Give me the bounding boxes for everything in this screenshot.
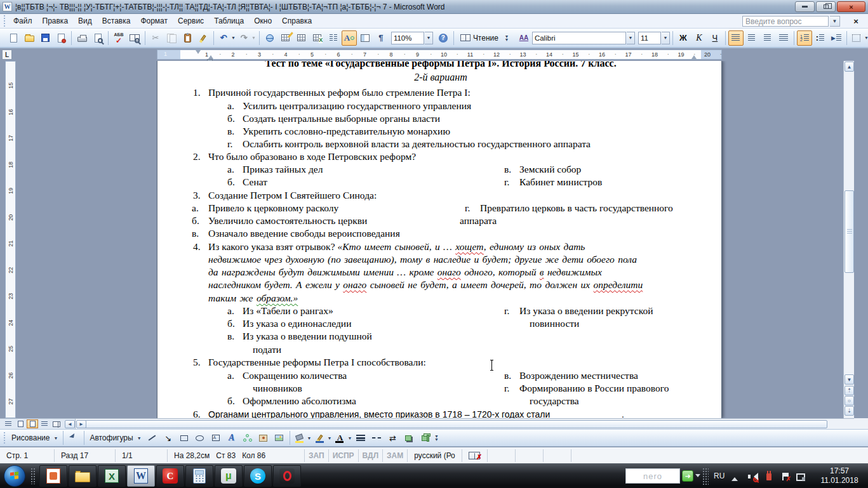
status-track-changes[interactable]: ИСПР bbox=[329, 449, 359, 462]
drawing-toolbar-options-icon[interactable]: ▼▼ bbox=[432, 430, 440, 445]
volume-muted-icon[interactable] bbox=[747, 471, 758, 482]
draw-font-color-dropdown-icon[interactable]: ▼ bbox=[347, 436, 352, 440]
save-button[interactable] bbox=[37, 30, 53, 46]
italic-button[interactable]: К bbox=[691, 30, 707, 46]
taskbar-item-red-c-app[interactable]: C bbox=[156, 465, 184, 487]
line-color-button[interactable]: ▼ bbox=[313, 430, 333, 445]
paste-button[interactable] bbox=[180, 30, 195, 46]
minimize-button[interactable] bbox=[795, 1, 815, 12]
taskbar-item-powerpoint[interactable] bbox=[39, 465, 67, 487]
menu-file[interactable]: Файл bbox=[8, 15, 37, 27]
next-page-icon[interactable]: ⇣ bbox=[845, 406, 854, 416]
select-objects-button[interactable] bbox=[66, 430, 81, 445]
web-view-button[interactable] bbox=[15, 419, 26, 428]
arrow-button[interactable]: ↘ bbox=[161, 430, 176, 445]
menu-format[interactable]: Формат bbox=[135, 15, 173, 27]
copy-button[interactable] bbox=[164, 30, 179, 46]
menu-insert[interactable]: Вставка bbox=[97, 15, 136, 27]
show-formatting-button[interactable]: ¶ bbox=[373, 30, 389, 46]
question-dropdown-icon[interactable]: ▼ bbox=[830, 16, 840, 27]
font-name-select[interactable]: Calibri bbox=[532, 32, 626, 44]
scroll-down-icon[interactable]: ▼ bbox=[845, 374, 854, 385]
align-right-button[interactable] bbox=[760, 30, 775, 46]
dash-style-button[interactable] bbox=[369, 430, 384, 445]
tab-selector[interactable]: L bbox=[2, 49, 12, 60]
normal-view-button[interactable] bbox=[3, 419, 14, 428]
zoom-input[interactable]: 110% bbox=[391, 32, 424, 44]
align-center-button[interactable] bbox=[744, 30, 759, 46]
spelling-button[interactable]: АБВ✓ bbox=[111, 30, 126, 46]
vertical-scrollbar[interactable]: ▲ ▼ ⇡ ○ ⇣ bbox=[843, 61, 854, 418]
redo-button[interactable]: ↷▼ bbox=[237, 30, 257, 46]
menu-tools[interactable]: Сервис bbox=[173, 15, 209, 27]
status-extend-selection[interactable]: ВДЛ bbox=[359, 449, 383, 462]
new-document-button[interactable] bbox=[6, 30, 21, 46]
scroll-up-icon[interactable]: ▲ bbox=[845, 62, 854, 72]
status-overtype[interactable]: ЗАМ bbox=[383, 449, 408, 462]
cut-button[interactable]: ✂ bbox=[148, 30, 163, 46]
vertical-ruler[interactable]: 15161718192021222324252627 bbox=[5, 61, 16, 418]
browse-object-icon[interactable]: ○ bbox=[845, 396, 854, 406]
menu-table[interactable]: Таблица bbox=[209, 15, 249, 27]
close-button[interactable]: × bbox=[837, 1, 865, 12]
shadow-style-button[interactable] bbox=[401, 430, 416, 445]
scroll-left-icon[interactable]: ◄ bbox=[65, 420, 75, 428]
borders-dropdown-icon[interactable]: ▼ bbox=[864, 36, 868, 40]
undo-dropdown-icon[interactable]: ▼ bbox=[231, 36, 236, 40]
document-page[interactable]: Тест по теме «Государственные реформы Пе… bbox=[157, 61, 722, 418]
justify-button[interactable] bbox=[776, 30, 791, 46]
undo-button[interactable]: ↶▼ bbox=[217, 30, 236, 46]
taskbar-item-calculator[interactable] bbox=[185, 465, 213, 487]
permission-button[interactable] bbox=[53, 30, 69, 46]
drawing-menu-button[interactable]: Рисование▼ bbox=[9, 432, 60, 444]
line-color-dropdown-icon[interactable]: ▼ bbox=[328, 436, 332, 440]
wordart-button[interactable]: А bbox=[224, 430, 239, 445]
bold-button[interactable]: Ж bbox=[676, 30, 691, 46]
fill-color-button[interactable]: ▼ bbox=[293, 430, 312, 445]
indent-button[interactable]: ▶ bbox=[829, 30, 844, 46]
menu-window[interactable]: Окно bbox=[249, 15, 277, 27]
tables-borders-button[interactable] bbox=[278, 30, 293, 46]
oval-button[interactable] bbox=[192, 430, 208, 445]
styles-button[interactable]: АА bbox=[516, 30, 531, 46]
format-painter-button[interactable] bbox=[196, 30, 211, 46]
print-preview-button[interactable] bbox=[90, 30, 105, 46]
diagram-button[interactable] bbox=[240, 430, 255, 445]
question-input[interactable]: Введите вопрос bbox=[742, 16, 829, 27]
horizontal-scroll-thumb[interactable] bbox=[78, 420, 827, 428]
autoshapes-menu-button[interactable]: Автофигуры▼ bbox=[87, 432, 144, 444]
borders-button[interactable]: ▼ bbox=[850, 30, 868, 46]
language-indicator[interactable]: RU bbox=[714, 472, 724, 480]
align-left-button[interactable] bbox=[728, 30, 744, 46]
textbox-button[interactable]: А bbox=[208, 430, 224, 445]
standard-toolbar-options-icon[interactable]: ▼▼ bbox=[503, 30, 511, 46]
insert-table-button[interactable] bbox=[294, 30, 309, 46]
nero-search-go-button[interactable]: ➜ bbox=[682, 470, 693, 482]
font-name-dropdown-icon[interactable]: ▼ bbox=[627, 32, 635, 44]
drawing-toggle-button[interactable]: А bbox=[342, 30, 357, 46]
font-size-dropdown-icon[interactable]: ▼ bbox=[662, 32, 670, 44]
open-button[interactable] bbox=[22, 30, 37, 46]
taskbar-item-excel[interactable]: X bbox=[98, 465, 126, 487]
insert-excel-button[interactable] bbox=[310, 30, 325, 46]
show-hidden-icons-icon[interactable] bbox=[731, 474, 738, 481]
status-record-mode[interactable]: ЗАП bbox=[305, 449, 329, 462]
vertical-scroll-thumb[interactable] bbox=[845, 190, 854, 273]
research-button[interactable] bbox=[127, 30, 142, 46]
power-plug-icon[interactable] bbox=[763, 471, 775, 482]
taskbar-item-explorer[interactable] bbox=[69, 465, 97, 487]
previous-page-icon[interactable]: ⇡ bbox=[845, 386, 854, 395]
rectangle-button[interactable] bbox=[177, 430, 192, 445]
numbered-list-button[interactable]: 12 bbox=[797, 30, 812, 46]
first-line-indent-marker[interactable] bbox=[196, 50, 201, 56]
nero-search-box[interactable]: nero bbox=[625, 468, 680, 484]
horizontal-ruler[interactable]: 1 1234567891011121314151617181920 bbox=[157, 49, 722, 60]
scroll-right-icon[interactable]: ► bbox=[76, 420, 86, 428]
taskbar-item-skype[interactable]: S bbox=[244, 465, 272, 487]
hanging-indent-marker[interactable] bbox=[208, 53, 213, 59]
menu-view[interactable]: Вид bbox=[73, 15, 97, 27]
action-center-flag-icon[interactable]: ✗ bbox=[780, 471, 791, 482]
hyperlink-button[interactable] bbox=[262, 30, 277, 46]
menu-drag-handle[interactable] bbox=[3, 15, 6, 27]
underline-button[interactable]: Ч bbox=[707, 30, 723, 46]
